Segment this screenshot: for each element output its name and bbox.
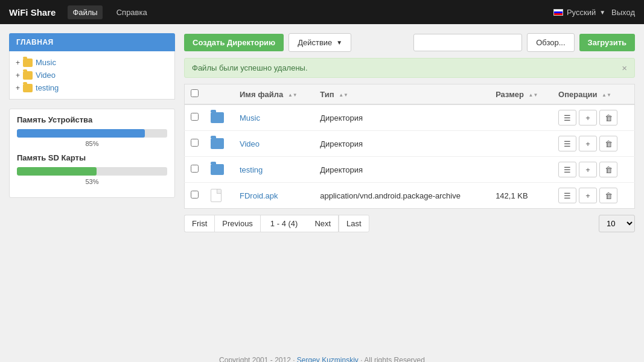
row-checkbox-cell [185, 183, 205, 209]
select-all-checkbox[interactable] [191, 89, 199, 97]
upload-button[interactable]: Загрузить [579, 34, 635, 51]
th-operations[interactable]: Операции ▲▼ [552, 84, 634, 105]
size-sort-icon: ▲▼ [529, 92, 538, 98]
next-page-button[interactable]: Next [307, 215, 339, 232]
row-checkbox[interactable] [191, 165, 199, 173]
row-checkbox[interactable] [191, 139, 199, 147]
sidebar: ГЛАВНАЯ + Music + Video + testing Память… [9, 33, 175, 323]
alert-close-button[interactable]: × [622, 63, 627, 72]
nav-right: Русский ▼ Выход [553, 8, 635, 17]
file-link-testing[interactable]: testing [240, 165, 263, 174]
row-name-cell: Music [234, 104, 314, 131]
flag-icon [553, 9, 563, 16]
th-type[interactable]: Тип ▲▼ [314, 84, 489, 105]
row-name-cell: Video [234, 131, 314, 157]
nav-files[interactable]: Файлы [68, 5, 102, 19]
footer: Copyright 2001 - 2012 · Sergey Kuzminski… [0, 344, 644, 362]
list-action-btn[interactable]: ☰ [558, 162, 576, 177]
sd-memory-fill [17, 167, 97, 176]
device-memory-fill [17, 129, 145, 138]
table-row: testing Директория ☰ + 🗑 [185, 157, 635, 183]
action-buttons: ☰ + 🗑 [558, 188, 628, 203]
upload-file-input[interactable] [413, 34, 522, 51]
action-buttons: ☰ + 🗑 [558, 136, 628, 151]
delete-action-btn[interactable]: 🗑 [599, 188, 617, 203]
success-alert: Файлы были успешно удалены. × [184, 58, 635, 78]
folder-icon [211, 138, 224, 149]
sidebar-title: ГЛАВНАЯ [9, 33, 175, 51]
add-action-btn[interactable]: + [579, 162, 597, 177]
row-icon-cell [205, 183, 234, 209]
filename-sort-icon: ▲▼ [288, 92, 298, 98]
table-header-row: Имя файла ▲▼ Тип ▲▼ Размер ▲▼ Операции ▲… [185, 84, 635, 105]
row-type-cell: Директория [314, 157, 489, 183]
main-content: Создать Директорию Действие ▼ Обзор... З… [184, 33, 635, 323]
delete-action-btn[interactable]: 🗑 [599, 110, 617, 125]
add-action-btn[interactable]: + [579, 136, 597, 151]
th-size[interactable]: Размер ▲▼ [489, 84, 552, 105]
list-action-btn[interactable]: ☰ [558, 136, 576, 151]
list-action-btn[interactable]: ☰ [558, 188, 576, 203]
row-actions-cell: ☰ + 🗑 [552, 183, 634, 209]
footer-author-link[interactable]: Sergey Kuzminskiy [297, 356, 359, 362]
folder-video-icon [23, 71, 33, 80]
th-filename[interactable]: Имя файла ▲▼ [234, 84, 314, 105]
th-icon [205, 84, 234, 105]
list-action-btn[interactable]: ☰ [558, 110, 576, 125]
row-actions-cell: ☰ + 🗑 [552, 157, 634, 183]
sd-memory-label: 53% [17, 178, 167, 185]
folder-icon [211, 112, 224, 123]
row-type-cell: Директория [314, 131, 489, 157]
device-memory-bar [17, 129, 167, 138]
language-button[interactable]: Русский ▼ [553, 8, 605, 17]
logout-button[interactable]: Выход [611, 8, 635, 17]
row-checkbox[interactable] [191, 113, 199, 121]
delete-action-btn[interactable]: 🗑 [599, 162, 617, 177]
lang-dropdown-arrow: ▼ [599, 9, 605, 16]
sidebar-tree: + Music + Video + testing [9, 51, 175, 100]
add-action-btn[interactable]: + [579, 110, 597, 125]
expand-testing-icon: + [16, 84, 20, 92]
row-name-cell: FDroid.apk [234, 183, 314, 209]
sidebar-item-music[interactable]: + Music [14, 56, 170, 69]
row-type-cell: Директория [314, 104, 489, 131]
row-icon-cell [205, 104, 234, 131]
ops-sort-icon: ▲▼ [602, 92, 611, 98]
per-page-select[interactable]: 10 25 50 100 [599, 215, 635, 232]
row-checkbox-cell [185, 131, 205, 157]
previous-page-button[interactable]: Previous [214, 215, 260, 232]
sd-memory-title: Память SD Карты [17, 153, 167, 162]
action-buttons: ☰ + 🗑 [558, 162, 628, 177]
create-dir-button[interactable]: Создать Директорию [184, 34, 284, 51]
sidebar-item-video[interactable]: + Video [14, 69, 170, 81]
first-page-button[interactable]: Frist [184, 215, 214, 232]
row-name-cell: testing [234, 157, 314, 183]
row-size-cell [489, 157, 552, 183]
nav-help[interactable]: Справка [112, 5, 152, 19]
action-buttons: ☰ + 🗑 [558, 110, 628, 125]
file-link-video[interactable]: Video [240, 139, 260, 148]
folder-music-icon [23, 59, 33, 67]
main-layout: ГЛАВНАЯ + Music + Video + testing Память… [0, 24, 644, 332]
expand-video-icon: + [16, 71, 20, 80]
row-actions-cell: ☰ + 🗑 [552, 131, 634, 157]
row-checkbox[interactable] [191, 191, 199, 198]
type-sort-icon: ▲▼ [339, 92, 348, 98]
device-memory-title: Память Устройства [17, 115, 167, 124]
action-button[interactable]: Действие ▼ [289, 33, 351, 52]
action-dropdown-arrow: ▼ [336, 39, 342, 46]
file-doc-icon [211, 189, 222, 202]
browse-button[interactable]: Обзор... [527, 33, 574, 52]
delete-action-btn[interactable]: 🗑 [599, 136, 617, 151]
top-nav: WiFi Share Файлы Справка Русский ▼ Выход [0, 0, 644, 24]
row-icon-cell [205, 131, 234, 157]
sidebar-item-testing[interactable]: + testing [14, 81, 170, 94]
table-row: Video Директория ☰ + 🗑 [185, 131, 635, 157]
row-actions-cell: ☰ + 🗑 [552, 104, 634, 131]
file-link-music[interactable]: Music [240, 113, 260, 122]
alert-message: Файлы были успешно удалены. [192, 63, 308, 72]
last-page-button[interactable]: Last [339, 215, 369, 232]
add-action-btn[interactable]: + [579, 188, 597, 203]
file-link-fdroid[interactable]: FDroid.apk [240, 191, 278, 200]
page-info: 1 - 4 (4) [260, 215, 308, 232]
